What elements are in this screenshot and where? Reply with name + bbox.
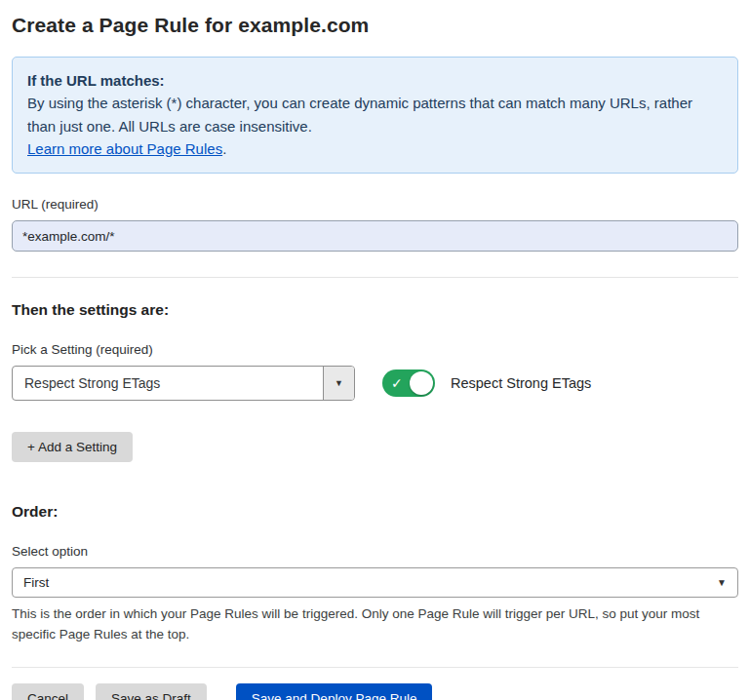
info-box-heading: If the URL matches: [27,69,723,92]
order-help-text: This is the order in which your Page Rul… [12,604,738,645]
section-divider [12,277,738,278]
setting-row: Respect Strong ETags ▼ ✓ Respect Strong … [12,366,738,401]
page-title: Create a Page Rule for example.com [12,14,738,37]
save-deploy-button[interactable]: Save and Deploy Page Rule [236,683,433,700]
order-heading: Order: [12,503,738,521]
link-period: . [222,140,226,157]
setting-dropdown[interactable]: Respect Strong ETags ▼ [12,366,355,401]
create-page-rule-form: Create a Page Rule for example.com If th… [0,0,750,700]
learn-more-link[interactable]: Learn more about Page Rules [27,140,222,157]
add-setting-button[interactable]: + Add a Setting [12,432,133,462]
save-draft-button[interactable]: Save as Draft [96,683,207,700]
order-select[interactable]: First ▼ [12,567,738,598]
pick-setting-label: Pick a Setting (required) [12,342,738,357]
toggle-knob [410,371,433,395]
etags-toggle[interactable]: ✓ [382,369,435,397]
setting-dropdown-value: Respect Strong ETags [13,375,323,391]
chevron-down-icon: ▼ [717,577,727,588]
footer-actions: Cancel Save as Draft Save and Deploy Pag… [12,667,738,700]
order-select-value: First [23,575,717,590]
info-box-body: By using the asterisk (*) character, you… [27,92,723,137]
etags-toggle-label: Respect Strong ETags [451,375,591,391]
url-match-info-box: If the URL matches: By using the asteris… [12,57,738,174]
settings-heading: Then the settings are: [12,301,738,319]
cancel-button[interactable]: Cancel [12,683,84,700]
checkmark-icon: ✓ [391,376,403,390]
info-link-row: Learn more about Page Rules. [27,137,723,160]
dropdown-arrow-icon[interactable]: ▼ [323,367,354,400]
url-input[interactable] [12,220,738,252]
order-select-label: Select option [12,544,738,559]
url-label: URL (required) [12,197,738,212]
